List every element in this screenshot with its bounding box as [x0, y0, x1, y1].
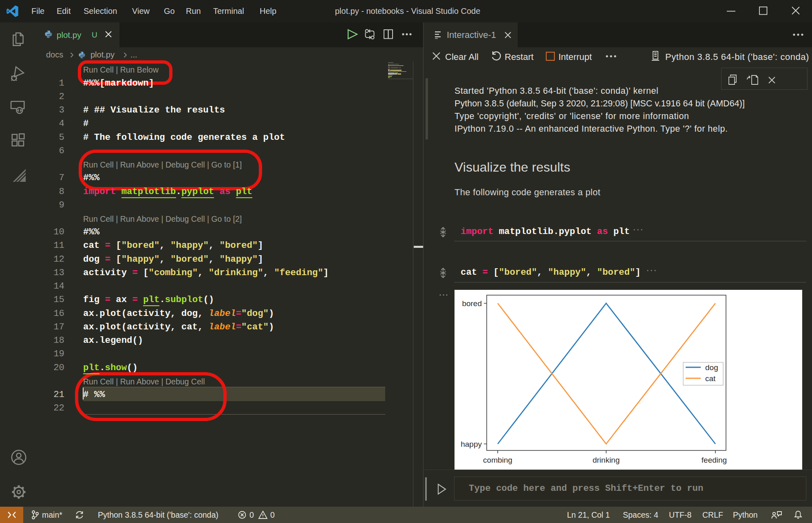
- svg-text:drinking: drinking: [593, 456, 620, 464]
- svg-text:combing: combing: [483, 456, 512, 464]
- svg-text:bored: bored: [462, 299, 482, 308]
- svg-text:feeding: feeding: [702, 456, 727, 464]
- svg-text:cat: cat: [705, 374, 716, 383]
- svg-text:dog: dog: [705, 363, 718, 372]
- svg-text:happy: happy: [461, 440, 482, 448]
